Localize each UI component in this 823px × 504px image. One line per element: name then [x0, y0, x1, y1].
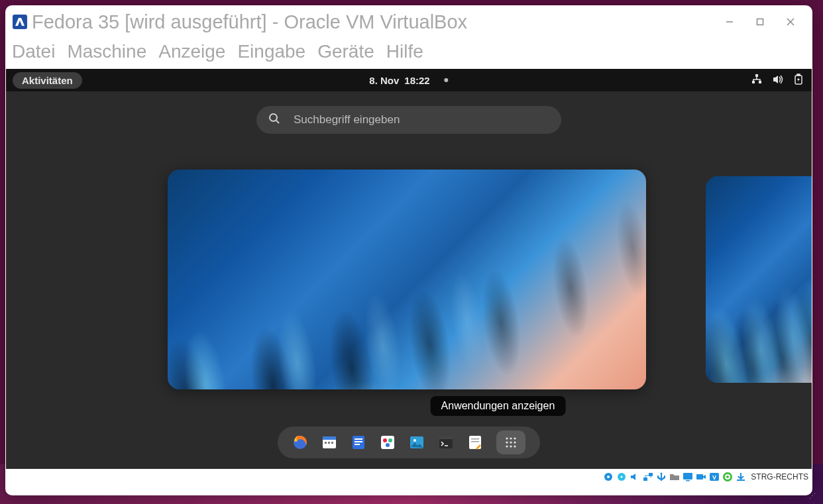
- usb-icon[interactable]: [655, 471, 667, 483]
- svg-rect-47: [643, 478, 647, 481]
- virtualbox-statusbar: V STRG-RECHTS: [5, 469, 812, 485]
- harddisk-icon[interactable]: [602, 471, 614, 483]
- svg-point-41: [510, 445, 512, 447]
- svg-rect-5: [755, 74, 758, 77]
- system-tray[interactable]: [751, 74, 804, 87]
- audio-icon[interactable]: [629, 471, 641, 483]
- svg-rect-51: [696, 474, 703, 479]
- network-status-icon[interactable]: [642, 471, 654, 483]
- titlebar[interactable]: Fedora 35 [wird ausgeführt] - Oracle VM …: [5, 5, 812, 38]
- dash: [278, 427, 540, 458]
- svg-rect-32: [471, 438, 479, 440]
- close-button[interactable]: [775, 9, 806, 35]
- show-apps-button[interactable]: [496, 430, 525, 454]
- hostkey-label: STRG-RECHTS: [751, 472, 808, 481]
- svg-rect-29: [439, 436, 453, 439]
- svg-rect-33: [471, 441, 479, 442]
- hostkey-state-icon[interactable]: [735, 471, 747, 483]
- display-icon[interactable]: [682, 471, 694, 483]
- svg-point-38: [510, 441, 512, 443]
- guest-display[interactable]: Aktivitäten 8. Nov 18:22: [6, 69, 812, 469]
- svg-point-46: [621, 476, 623, 478]
- svg-rect-9: [797, 74, 800, 76]
- svg-point-23: [383, 438, 387, 442]
- workspace-thumbnail-1[interactable]: [168, 170, 646, 389]
- svg-point-40: [506, 445, 508, 447]
- search-input[interactable]: Suchbegriff eingeben: [256, 106, 561, 134]
- svg-point-36: [514, 437, 516, 439]
- workspace-thumbnail-2[interactable]: [706, 176, 812, 383]
- svg-point-39: [514, 441, 516, 443]
- svg-rect-0: [13, 15, 27, 29]
- svg-point-56: [726, 476, 729, 478]
- clock-time: 18:22: [404, 75, 429, 86]
- shared-folder-icon[interactable]: [669, 471, 681, 483]
- svg-rect-57: [737, 479, 745, 481]
- svg-rect-17: [331, 442, 333, 444]
- virtualbox-icon: [12, 14, 28, 30]
- gnome-topbar: Aktivitäten 8. Nov 18:22: [6, 69, 812, 91]
- notification-dot-icon: [445, 78, 449, 82]
- svg-rect-7: [759, 81, 761, 83]
- text-editor-icon[interactable]: [467, 434, 483, 450]
- recording-icon[interactable]: [695, 471, 707, 483]
- svg-point-35: [510, 437, 512, 439]
- svg-rect-49: [683, 473, 692, 479]
- svg-rect-14: [323, 436, 336, 440]
- software-icon[interactable]: [380, 434, 396, 450]
- search-icon: [268, 113, 280, 128]
- svg-rect-21: [355, 444, 360, 445]
- svg-rect-16: [328, 442, 330, 444]
- network-icon: [751, 74, 763, 87]
- svg-point-25: [386, 443, 390, 447]
- svg-rect-19: [355, 438, 362, 440]
- svg-point-10: [270, 114, 277, 121]
- minimize-button[interactable]: [714, 9, 745, 35]
- svg-line-11: [276, 121, 279, 123]
- svg-rect-15: [325, 442, 327, 444]
- menu-maschine[interactable]: Maschine: [67, 41, 146, 62]
- menu-eingabe[interactable]: Eingabe: [237, 41, 305, 62]
- tooltip: Anwendungen anzeigen: [431, 396, 566, 416]
- svg-rect-2: [757, 19, 763, 25]
- photos-icon[interactable]: [409, 434, 425, 450]
- terminal-icon[interactable]: [438, 434, 454, 450]
- menu-datei[interactable]: Datei: [12, 41, 55, 62]
- svg-point-34: [506, 437, 508, 439]
- vrde-icon[interactable]: V: [708, 471, 720, 483]
- svg-rect-50: [686, 480, 690, 481]
- firefox-icon[interactable]: [292, 434, 308, 450]
- svg-rect-20: [355, 441, 362, 442]
- svg-point-42: [514, 445, 516, 447]
- clock[interactable]: 8. Nov 18:22: [369, 75, 448, 86]
- menubar: Datei Maschine Anzeige Eingabe Geräte Hi…: [5, 38, 812, 69]
- activities-button[interactable]: Aktivitäten: [13, 72, 82, 89]
- menu-hilfe[interactable]: Hilfe: [386, 41, 423, 62]
- calendar-icon[interactable]: [321, 434, 337, 450]
- svg-rect-6: [752, 81, 755, 83]
- svg-text:V: V: [712, 474, 716, 481]
- resize-grip-icon[interactable]: ⋰: [809, 495, 815, 497]
- battery-icon: [793, 74, 804, 87]
- volume-icon: [772, 74, 784, 87]
- search-placeholder: Suchbegriff eingeben: [294, 113, 400, 126]
- svg-point-44: [607, 476, 610, 478]
- optical-icon[interactable]: [616, 471, 628, 483]
- clock-date: 8. Nov: [369, 75, 399, 86]
- guest-additions-icon[interactable]: [722, 471, 734, 483]
- virtualbox-window: Fedora 35 [wird ausgeführt] - Oracle VM …: [5, 5, 812, 495]
- menu-geraete[interactable]: Geräte: [317, 41, 374, 62]
- files-icon[interactable]: [351, 434, 366, 450]
- window-title: Fedora 35 [wird ausgeführt] - Oracle VM …: [32, 11, 467, 33]
- menu-anzeige[interactable]: Anzeige: [158, 41, 225, 62]
- svg-point-27: [413, 439, 416, 442]
- svg-point-37: [506, 441, 508, 443]
- svg-point-24: [388, 438, 392, 442]
- maximize-button[interactable]: [745, 9, 775, 35]
